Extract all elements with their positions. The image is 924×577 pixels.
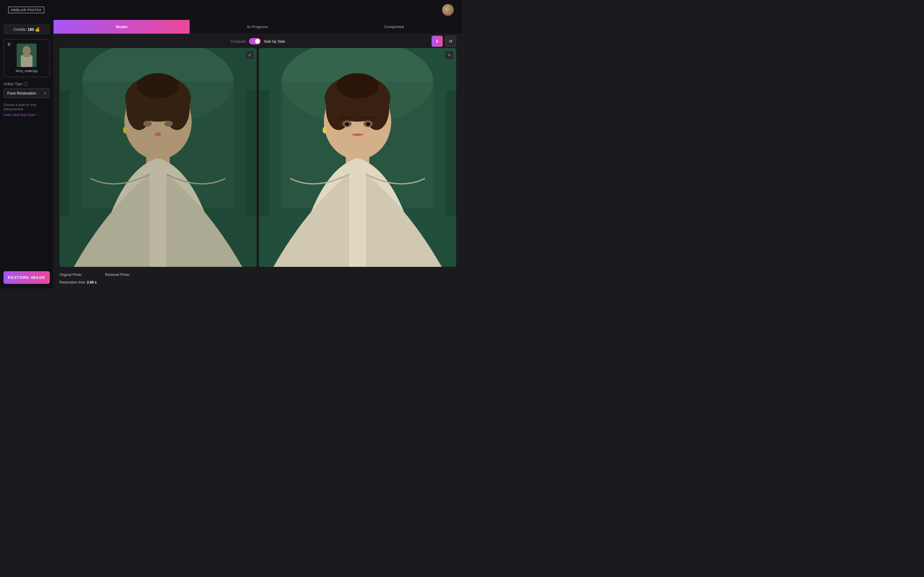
user-avatar-button[interactable] [442,4,454,16]
credits-label: Credits: [13,27,27,32]
style-hint-section: Choose a style for your enhancement. Lea… [3,103,50,117]
original-label: Original Photo [60,273,82,277]
toggle-thumb [255,39,260,44]
original-image [60,48,257,267]
tab-bar: Studio In Progress Completed [53,20,462,34]
unblur-type-label: Unblur Type i [3,82,50,86]
svg-rect-26 [259,90,269,216]
main-layout: Credits: 180 💰 🗑 blurry_model.jpg Unblur [0,20,462,288]
toolbar-right: ⬇ ↺ [431,36,456,47]
svg-point-36 [366,122,370,126]
svg-point-37 [323,127,327,134]
image-thumbnail [17,44,37,67]
chevron-down-icon: ▾ [44,91,46,95]
logo: UNBLUR PHOTOS [8,7,44,13]
tab-completed[interactable]: Completed [326,20,462,34]
tab-in-progress[interactable]: In Progress [190,20,326,34]
svg-rect-4 [17,44,37,67]
avatar [442,4,454,16]
content-area: Studio In Progress Completed Compare Sid… [53,20,462,288]
compare-area: Compare Side by Side ⬇ ↺ [53,34,462,288]
restored-panel: ⤡ [259,48,456,267]
svg-point-35 [345,122,349,126]
credits-bar: Credits: 180 💰 [3,24,50,34]
svg-rect-21 [60,48,257,267]
restore-image-button[interactable]: RESTORE IMAGE [3,271,50,284]
restored-image [259,48,456,267]
download-button[interactable]: ⬇ [431,36,443,47]
refresh-button[interactable]: ↺ [445,36,456,47]
credits-emoji: 💰 [35,27,40,32]
restoration-value: 2.66 s [87,280,97,284]
style-hint: Choose a style for your enhancement. [3,103,50,112]
info-icon[interactable]: i [24,82,28,86]
learn-link[interactable]: Learn what they mean → [3,113,40,116]
compare-toggle[interactable] [249,38,261,45]
original-panel: ⤢ [60,48,257,267]
unblur-type-section: Unblur Type i Face Restoration ▾ [3,82,50,98]
expand-alt-icon: ⤡ [448,53,451,57]
dropdown-value: Face Restoration [7,91,36,95]
svg-point-32 [336,73,378,98]
restoration-time: Restoration time: 2.66 s [60,280,456,284]
svg-rect-27 [446,90,456,216]
logo-sub: PHOTOS [27,8,42,12]
logo-text: UNBLUR [11,8,26,12]
compare-toggle-group: Compare Side by Side [230,38,285,45]
compare-toolbar: Compare Side by Side ⬇ ↺ [60,38,456,45]
filename: blurry_model.jpg [16,69,37,73]
thumbnail-svg [17,44,37,67]
upload-zone[interactable]: 🗑 blurry_model.jpg [3,39,50,77]
restored-label: Restored Photo [105,273,129,277]
image-panels: ⤢ [60,48,456,267]
unblur-type-dropdown[interactable]: Face Restoration ▾ [3,89,50,98]
credits-value: 180 [28,27,34,32]
expand-restored-button[interactable]: ⤡ [445,51,453,59]
delete-icon[interactable]: 🗑 [7,42,11,47]
expand-icon: ⤢ [248,53,251,57]
panel-label-row: Original Photo Restored Photo [60,271,456,277]
compare-label: Compare [230,39,246,44]
refresh-icon: ↺ [449,39,452,44]
download-icon: ⬇ [435,39,439,44]
restoration-label: Restoration time: [60,280,86,284]
app-header: UNBLUR PHOTOS [0,0,462,20]
expand-original-button[interactable]: ⤢ [245,51,254,59]
tab-studio[interactable]: Studio [53,20,190,34]
sidebar: Credits: 180 💰 🗑 blurry_model.jpg Unblur [0,20,53,288]
compare-mode-label: Side by Side [264,39,285,44]
